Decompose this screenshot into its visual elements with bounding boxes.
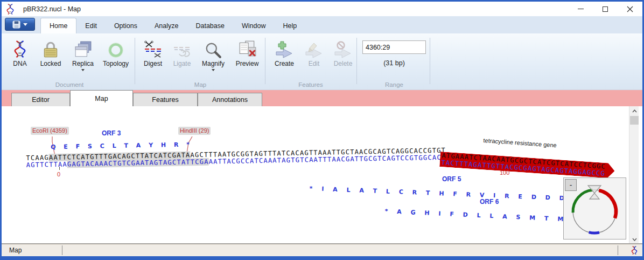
digest-button[interactable]: Digest [138, 36, 168, 86]
range-input[interactable] [362, 40, 426, 54]
maximize-icon [603, 6, 608, 12]
menu-tab-options[interactable]: Options [106, 18, 146, 33]
windows-stack-icon [74, 36, 92, 59]
menu-tab-window[interactable]: Window [233, 18, 274, 33]
orf6-translation: * A G H I F D L L A S M T M [384, 208, 567, 223]
menu-bar: Home Edit Options Analyze Database Windo… [2, 16, 642, 33]
range-size-label: (31 bp) [362, 59, 426, 67]
close-button[interactable] [618, 2, 642, 16]
restriction-site-label-hindiii[interactable]: HindIII (29) [178, 127, 211, 135]
menu-tabs: Home Edit Options Analyze Database Windo… [40, 18, 305, 33]
scissors-digest-icon [144, 36, 162, 59]
ruler-label-100: 100 [500, 169, 509, 176]
delete-feature-button: Delete [328, 36, 358, 86]
map-canvas: EcoRI (4359) ORF 3 HindIII (29) Q E F S … [2, 106, 642, 244]
minimap-zoom-out-button[interactable]: - [565, 179, 577, 191]
tab-features[interactable]: Features [133, 93, 198, 106]
padlock-icon [42, 36, 59, 59]
sequence-block: Q E F S C L T A Y H R * TCAAGAATTCTCATGT… [26, 136, 446, 169]
status-separator [618, 245, 618, 255]
bottom-strand-pre: AGTTCTTAA [26, 161, 68, 169]
callout-lines [2, 106, 642, 244]
restriction-site-label-ecori[interactable]: EcoRI (4359) [31, 127, 69, 135]
ribbon-separator [265, 38, 265, 84]
menu-tab-edit[interactable]: Edit [76, 18, 106, 33]
ruler-tick-100 [507, 165, 507, 168]
orf5-label: ORF 5 [442, 175, 461, 183]
close-icon [627, 6, 633, 12]
plasmid-minimap: - [563, 177, 626, 240]
title-bar: pBR322.nucl - Map [2, 2, 642, 16]
feature-label-tetracycline: tetracycline resistance gene [483, 137, 557, 148]
ribbon-separator [135, 38, 135, 84]
magnify-button[interactable]: Magnify [196, 36, 230, 86]
preview-button[interactable]: Preview [232, 36, 263, 86]
tab-annotations[interactable]: Annotations [198, 93, 262, 106]
app-window: pBR322.nucl - Map Home Edit Options Anal… [0, 0, 644, 260]
magnify-dropdown-icon [212, 69, 215, 71]
chevron-up-icon [632, 110, 637, 113]
status-dna-icon [631, 246, 638, 257]
maximize-button[interactable] [593, 2, 618, 16]
vertical-scrollbar[interactable] [629, 106, 639, 244]
feature-band-tetracycline[interactable]: ATGAAATCTAACAATGCGCTCATCGTCATCCTCGGC TAC… [439, 152, 615, 179]
save-icon [12, 20, 20, 29]
ruler-tick-0 [59, 167, 60, 170]
locked-button[interactable]: Locked [34, 36, 67, 86]
status-mode-label: Map [9, 247, 22, 254]
menu-tab-help[interactable]: Help [274, 18, 305, 33]
topology-button[interactable]: Topology [99, 36, 132, 86]
dna-button[interactable]: DNA [6, 36, 33, 86]
edit-feature-button: Edit [301, 36, 327, 86]
view-tab-strip: Editor Map Features Annotations [2, 90, 642, 106]
group-label-map: Map [138, 81, 263, 88]
preview-docs-icon [237, 36, 257, 59]
group-label-features: Features [265, 81, 356, 88]
scroll-up-button[interactable] [629, 106, 639, 115]
dna-icon [12, 36, 27, 59]
orf5-translation: * I A L A T L C R T H F R V I R E D D D [310, 185, 568, 202]
create-feature-icon [275, 36, 293, 59]
ribbon: DNA Locked [2, 33, 642, 90]
scroll-down-button[interactable] [629, 235, 639, 244]
chevron-down-icon [632, 238, 637, 241]
status-separator [62, 245, 62, 255]
edit-feature-icon [305, 36, 323, 59]
create-feature-button[interactable]: Create [269, 36, 300, 86]
scrollbar-thumb[interactable] [630, 116, 639, 125]
status-bar: Map [2, 244, 642, 256]
ribbon-separator [356, 38, 357, 84]
ligate-button: Ligate [169, 36, 195, 86]
minimize-icon [578, 9, 584, 9]
replica-button[interactable]: Replica [67, 36, 99, 86]
ruler-label-0: 0 [57, 171, 60, 177]
menu-tab-database[interactable]: Database [187, 18, 233, 33]
magnifier-icon [205, 36, 222, 59]
delete-feature-icon [334, 36, 352, 59]
window-controls [568, 2, 642, 16]
orf3-label: ORF 3 [102, 129, 121, 137]
save-button[interactable] [5, 18, 35, 31]
app-dna-icon [5, 4, 16, 15]
group-label-document: Document [6, 81, 132, 88]
ring-icon [107, 36, 124, 59]
minimize-button[interactable] [568, 2, 593, 16]
menu-tab-home[interactable]: Home [40, 18, 76, 33]
replica-dropdown-icon [81, 69, 85, 71]
orf6-label: ORF 6 [480, 198, 499, 206]
menu-tab-analyze[interactable]: Analyze [146, 18, 187, 33]
tab-map[interactable]: Map [70, 90, 133, 106]
ribbon-separator [430, 38, 430, 84]
save-dropdown-icon [23, 23, 27, 26]
window-title: pBR322.nucl - Map [23, 5, 81, 13]
ligate-icon [173, 36, 191, 59]
group-label-range: Range [359, 81, 430, 88]
tab-editor[interactable]: Editor [11, 93, 70, 106]
